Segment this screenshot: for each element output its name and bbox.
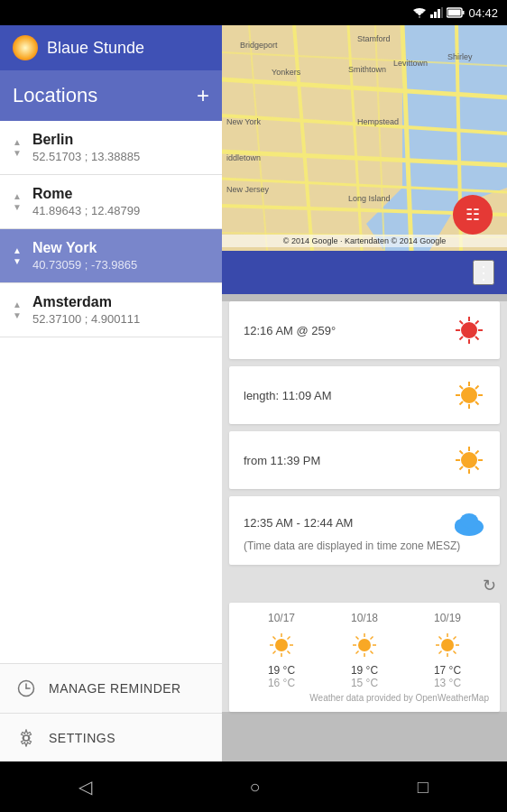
svg-line-72 [371,637,373,640]
location-item-new-york[interactable]: ▲ ▼ New York 40.73059 ; -73.9865 [0,229,222,283]
svg-text:Shirley: Shirley [447,52,473,61]
location-coords-rome: 41.89643 ; 12.48799 [32,204,140,217]
location-item-amsterdam[interactable]: ▲ ▼ Amsterdam 52.37100 ; 4.900111 [0,283,222,337]
overflow-menu-button[interactable]: ⋮ [473,260,494,285]
location-info-amsterdam: Amsterdam 52.37100 ; 4.900111 [32,294,140,326]
add-location-button[interactable]: + [197,85,209,106]
status-bar: 04:42 [0,0,507,25]
locations-title: Locations [13,84,97,107]
weather-date-3: 10/19 [434,612,461,624]
bookmark-icon: ☷ [466,205,480,225]
svg-line-40 [460,386,464,390]
weather-icons-row [240,632,489,659]
clock-icon [16,678,36,698]
arrow-down-new-york: ▼ [13,256,22,267]
timezone-note: (Time data are displayed in time zone ME… [244,540,460,552]
weather-highs-row: 19 °C 19 °C 17 °C [240,664,489,677]
drawer-header: Blaue Stunde [0,25,222,70]
svg-rect-0 [430,14,433,18]
location-list: ▲ ▼ Berlin 52.51703 ; 13.38885 ▲ ▼ Rome … [0,121,222,663]
svg-text:Yonkers: Yonkers [272,68,301,77]
status-icons: 04:42 [412,6,498,20]
home-button[interactable]: ○ [249,777,260,798]
map-bookmark-button[interactable]: ☷ [453,195,493,235]
refresh-row: ↻ [222,572,507,595]
svg-text:Bridgeport: Bridgeport [240,41,278,50]
svg-text:Smithtown: Smithtown [348,65,386,74]
location-name-rome: Rome [32,186,140,202]
svg-line-63 [288,637,290,640]
svg-text:Stamford: Stamford [357,34,391,43]
gear-icon [16,728,36,748]
menu-item-manage-reminder[interactable]: MANAGE REMINDER [0,664,222,714]
svg-point-55 [460,513,478,528]
svg-text:Levittown: Levittown [393,59,428,68]
drawer: Blaue Stunde Locations + ▲ ▼ Berlin 52.5… [0,25,222,812]
weather-dates: 10/17 10/18 10/19 [240,612,489,624]
location-item-berlin[interactable]: ▲ ▼ Berlin 52.51703 ; 13.38885 [0,121,222,175]
weather-sun-icon-1 [268,632,295,659]
svg-line-81 [454,637,456,640]
refresh-button[interactable]: ↻ [483,576,496,595]
map-area: Bridgeport Stamford Yonkers Smithtown Le… [222,25,507,251]
settings-label: SETTINGS [49,731,115,745]
signal-icon [430,7,443,18]
svg-line-61 [273,637,276,640]
svg-line-71 [371,651,373,654]
cloud-icon [449,509,485,536]
weather-sun-icon-2 [351,632,378,659]
app-title: Blaue Stunde [47,39,144,58]
weather-high-3: 17 °C [425,664,470,677]
recent-button[interactable]: □ [418,777,429,798]
svg-line-50 [475,466,479,470]
svg-point-44 [461,452,477,468]
location-item-rome[interactable]: ▲ ▼ Rome 41.89643 ; 12.48799 [0,175,222,229]
svg-point-26 [461,322,477,338]
svg-text:iddletown: iddletown [226,153,261,162]
svg-line-82 [439,651,442,654]
sunrise-text: 12:16 AM @ 259° [244,324,336,337]
location-arrows-amsterdam: ▲ ▼ [13,300,22,321]
sun-red-icon [453,314,485,346]
svg-line-51 [475,451,479,455]
svg-text:Long Island: Long Island [348,194,391,203]
svg-text:Hempstead: Hempstead [357,117,399,126]
svg-line-43 [460,401,464,405]
weather-low-2: 15 °C [342,677,387,689]
location-name-amsterdam: Amsterdam [32,294,140,310]
menu-item-settings[interactable]: SETTINGS [0,714,222,763]
svg-rect-2 [438,9,440,18]
svg-line-52 [460,466,464,470]
info-card-sunrise: 12:16 AM @ 259° [229,301,500,359]
svg-line-41 [475,401,479,405]
svg-point-74 [441,639,454,651]
svg-point-35 [461,387,477,403]
cloud-time-text: 12:35 AM - 12:44 AM [244,516,353,530]
app-icon [13,35,38,60]
svg-line-42 [475,386,479,390]
arrow-down-amsterdam: ▼ [13,310,22,321]
info-card-cloud: 12:35 AM - 12:44 AM (Time data are displ… [229,496,500,565]
weather-low-3: 13 °C [425,677,470,689]
weather-sun-icon-3 [434,632,461,659]
arrow-up-berlin: ▲ [13,137,22,148]
map-attribution: © 2014 Google · Kartendaten © 2014 Googl… [222,235,507,247]
wifi-icon [412,7,427,18]
weather-date-1: 10/17 [268,612,295,624]
weather-high-1: 19 °C [259,664,304,677]
svg-rect-1 [434,12,437,18]
manage-reminder-label: MANAGE REMINDER [49,681,181,696]
svg-text:New Jersey: New Jersey [226,185,270,194]
location-arrows-berlin: ▲ ▼ [13,137,22,159]
status-time: 04:42 [468,6,498,20]
svg-line-70 [356,637,359,640]
back-button[interactable]: ◁ [78,776,92,798]
weather-card: 10/17 10/18 10/19 [229,603,500,712]
svg-line-49 [460,451,464,455]
svg-point-56 [275,639,288,651]
location-coords-amsterdam: 52.37100 ; 4.900111 [32,312,140,326]
nav-bar: ◁ ○ □ [0,761,507,812]
weather-date-2: 10/18 [351,612,378,624]
weather-high-2: 19 °C [342,664,387,677]
svg-line-34 [460,337,464,340]
